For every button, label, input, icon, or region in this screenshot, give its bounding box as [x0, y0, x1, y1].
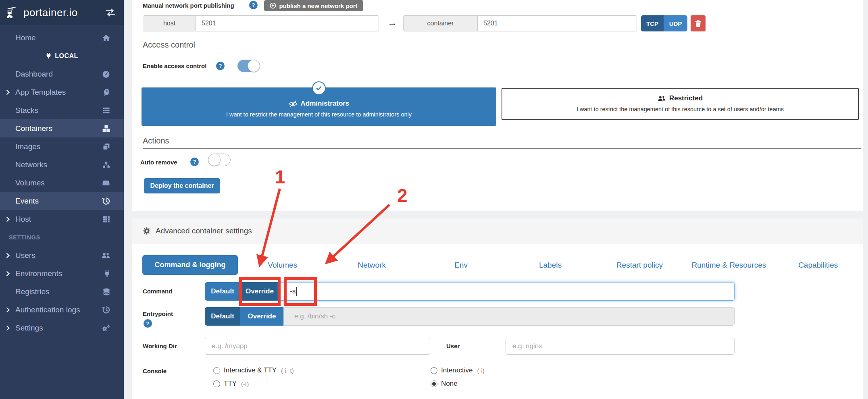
entrypoint-default-button[interactable]: Default — [205, 307, 240, 326]
host-port-input[interactable]: 5201 — [196, 15, 379, 31]
sidebar-item-label: Events — [15, 197, 39, 206]
sidebar-item-containers[interactable]: Containers — [0, 119, 124, 137]
history-icon — [102, 305, 110, 314]
administrators-title: Administrators — [301, 100, 350, 108]
command-input[interactable]: -s — [279, 282, 735, 301]
radio-icon — [431, 367, 437, 374]
help-icon[interactable]: ? — [249, 1, 258, 9]
container-port-input[interactable]: 5201 — [478, 15, 637, 31]
chevron-right-icon — [5, 252, 11, 258]
plus-circle-icon — [270, 2, 276, 9]
volumes-icon — [102, 179, 110, 187]
port-mapping-row: host 5201 → container 5201 TCP UDP — [132, 15, 863, 31]
sidebar-item-dashboard[interactable]: Dashboard — [0, 65, 124, 83]
tab-runtime-resources[interactable]: Runtime & Resources — [684, 255, 773, 275]
working-dir-label: Working Dir — [143, 343, 177, 349]
sidebar-item-label: Containers — [15, 124, 52, 133]
radio-checked-icon — [431, 380, 437, 387]
console-option-interactive-tty[interactable]: Interactive & TTY (-i -t) — [213, 366, 294, 374]
tcp-button[interactable]: TCP — [641, 15, 664, 31]
administrators-description: I want to restrict the management of thi… — [142, 111, 496, 118]
help-icon[interactable]: ? — [216, 62, 225, 70]
sidebar-settings-header: SETTINGS — [0, 228, 124, 246]
chevron-right-icon — [5, 325, 11, 331]
entrypoint-label: Entrypoint — [143, 310, 173, 317]
port-publishing-title: Manual network port publishing — [143, 2, 234, 9]
tab-network[interactable]: Network — [327, 255, 416, 275]
sidebar-item-settings[interactable]: Settings — [0, 319, 124, 337]
enable-access-control-toggle[interactable] — [237, 60, 260, 72]
sidebar-item-home[interactable]: Home — [0, 29, 124, 47]
user-input[interactable]: e.g. nginx — [506, 338, 735, 355]
remove-port-button[interactable] — [691, 15, 706, 31]
entrypoint-input[interactable]: e.g. /bin/sh -c — [283, 307, 735, 326]
tab-restart-policy[interactable]: Restart policy — [595, 255, 684, 275]
help-icon[interactable]: ? — [190, 158, 199, 166]
restricted-option[interactable]: Restricted I want to restrict the manage… — [502, 88, 859, 120]
sidebar-item-users[interactable]: Users — [0, 246, 124, 264]
help-icon[interactable]: ? — [144, 319, 152, 328]
users-icon — [658, 95, 666, 102]
console-option-tty[interactable]: TTY (-t) — [213, 380, 249, 388]
endpoint-switch-icon[interactable] — [105, 8, 116, 17]
tab-env[interactable]: Env — [416, 255, 506, 275]
sidebar-item-registries[interactable]: Registries — [0, 283, 124, 301]
console-option-none[interactable]: None — [431, 380, 458, 388]
deploy-container-button[interactable]: Deploy the container — [144, 178, 220, 193]
chevron-right-icon — [5, 270, 11, 276]
working-dir-input[interactable]: e.g. /myapp — [205, 338, 430, 355]
gears-icon — [102, 324, 110, 332]
divider — [143, 148, 861, 149]
gear-icon — [143, 227, 151, 235]
grid-icon — [102, 215, 110, 223]
entrypoint-override-button[interactable]: Override — [240, 307, 283, 326]
networks-icon — [102, 161, 110, 168]
enable-access-control-label: Enable access control — [143, 62, 206, 69]
user-label: User — [446, 343, 460, 349]
restricted-title: Restricted — [669, 94, 703, 102]
publish-port-button[interactable]: publish a new network port — [264, 0, 363, 11]
rocket-icon — [102, 88, 110, 96]
sidebar-item-stacks[interactable]: Stacks — [0, 101, 124, 119]
eye-slash-icon — [289, 100, 298, 107]
sidebar-item-events[interactable]: Events — [0, 192, 124, 210]
console-label: Console — [143, 368, 167, 374]
tab-volumes[interactable]: Volumes — [238, 255, 327, 275]
tab-labels[interactable]: Labels — [506, 255, 595, 275]
auto-remove-toggle[interactable] — [208, 154, 231, 166]
command-override-button[interactable]: Override — [240, 282, 279, 301]
administrators-option[interactable]: Administrators I want to restrict the ma… — [142, 87, 496, 126]
tab-command-logging[interactable]: Command & logging — [142, 255, 238, 275]
console-option-interactive[interactable]: Interactive (-i) — [431, 366, 485, 374]
advanced-settings-header: Advanced container settings — [132, 218, 863, 243]
containers-icon — [102, 124, 110, 133]
sidebar-item-networks[interactable]: Networks — [0, 156, 124, 174]
sidebar-item-images[interactable]: Images — [0, 137, 124, 156]
stacks-icon — [102, 106, 110, 114]
sidebar-item-app-templates[interactable]: App Templates — [0, 83, 124, 101]
sidebar-item-label: Stacks — [15, 106, 38, 115]
tab-capabilities[interactable]: Capabilities — [774, 255, 863, 275]
history-icon — [102, 197, 110, 205]
command-default-button[interactable]: Default — [205, 282, 240, 301]
sidebar-item-volumes[interactable]: Volumes — [0, 174, 124, 192]
sidebar-item-label: Environments — [15, 269, 62, 278]
sidebar-item-host[interactable]: Host — [0, 210, 124, 228]
udp-button[interactable]: UDP — [664, 15, 687, 31]
sidebar-item-authentication-logs[interactable]: Authentication logs — [0, 301, 124, 319]
advanced-settings-panel: Advanced container settings Command & lo… — [132, 218, 863, 399]
trash-icon — [695, 20, 701, 27]
advanced-settings-title: Advanced container settings — [156, 227, 252, 235]
chevron-right-icon — [5, 216, 11, 222]
sidebar-item-label: Volumes — [15, 179, 45, 187]
sidebar: portainer.io Home LOCAL Dashboard App Te… — [0, 0, 124, 399]
sidebar-item-label: Registries — [15, 287, 49, 296]
chevron-right-icon — [5, 307, 11, 313]
sidebar-item-label: Home — [15, 33, 36, 42]
sidebar-item-environments[interactable]: Environments — [0, 264, 124, 283]
toggle-knob — [208, 154, 221, 166]
sidebar-item-label: Authentication logs — [15, 305, 80, 314]
tab-bar: Volumes Network Env Labels Restart polic… — [238, 255, 863, 275]
home-icon — [102, 33, 110, 42]
port-map-arrow-icon: → — [384, 17, 400, 28]
